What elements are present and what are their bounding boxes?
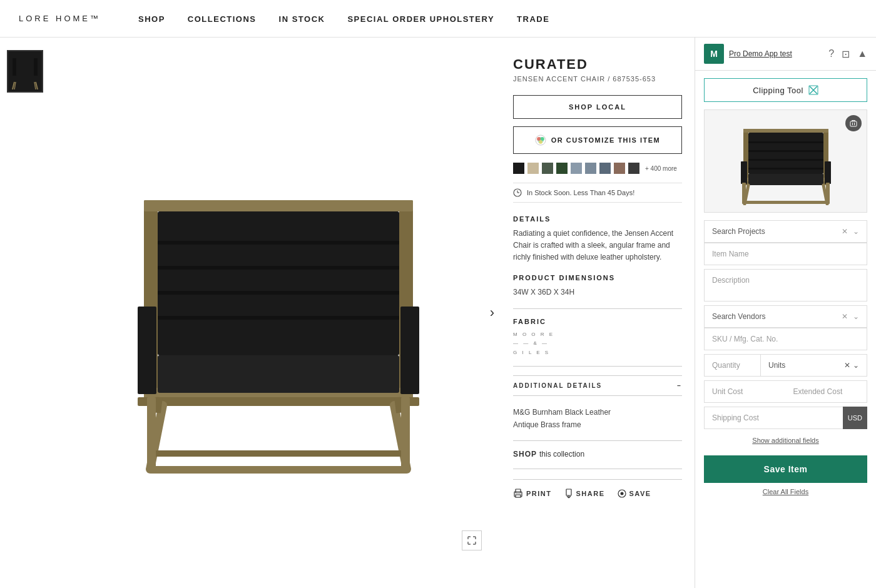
clipping-tool-label: Clipping Tool <box>753 86 803 95</box>
nav-in-stock[interactable]: IN STOCK <box>279 14 325 24</box>
svg-point-33 <box>537 137 541 141</box>
swatch-6[interactable] <box>585 163 596 174</box>
svg-rect-40 <box>516 489 521 493</box>
product-image <box>125 150 432 475</box>
svg-rect-53 <box>748 141 823 143</box>
search-vendors-chevron[interactable]: ⌄ <box>853 312 859 321</box>
shop-text: this collection <box>539 450 584 459</box>
svg-rect-15 <box>158 266 399 270</box>
dimensions-title: PRODUCT DIMENSIONS <box>513 274 682 281</box>
additional-details-row[interactable]: ADDITIONAL DETAILS − <box>513 375 682 396</box>
divider-3 <box>513 440 682 441</box>
extended-cost-input[interactable] <box>786 380 868 403</box>
search-vendors-select[interactable]: Search Vendors ✕ ⌄ <box>704 305 867 328</box>
svg-rect-20 <box>400 307 419 394</box>
panel-product-image <box>704 109 867 213</box>
svg-rect-1 <box>13 58 16 76</box>
collapse-icon[interactable]: ▲ <box>857 48 867 59</box>
units-chevron[interactable]: ⌄ <box>853 361 859 370</box>
nav-shop[interactable]: SHOP <box>138 14 165 24</box>
swatch-1[interactable] <box>513 163 524 174</box>
description-input[interactable] <box>704 269 867 302</box>
swatch-4[interactable] <box>556 163 568 174</box>
in-stock-text: In Stock Soon. Less Than 45 Days! <box>527 189 634 196</box>
product-subtitle: JENSEN ACCENT CHAIR / 687535-653 <box>513 75 682 83</box>
svg-rect-19 <box>138 307 156 394</box>
save-product-icon <box>618 489 626 499</box>
product-brand: CURATED <box>513 56 682 73</box>
svg-rect-13 <box>158 211 399 355</box>
swatch-3[interactable] <box>542 163 553 174</box>
help-icon[interactable]: ? <box>828 48 834 59</box>
svg-rect-59 <box>825 161 831 184</box>
print-label: PRINT <box>526 490 552 497</box>
save-item-button[interactable]: Save Item <box>704 455 867 483</box>
panel-user-name[interactable]: Pro Demo App test <box>729 49 792 58</box>
navbar: LORE HOME™ SHOP COLLECTIONS IN STOCK SPE… <box>0 0 876 38</box>
svg-line-23 <box>158 397 160 413</box>
show-additional-fields[interactable]: Show additional fields <box>704 433 867 450</box>
swatch-9[interactable] <box>628 163 639 174</box>
customize-icon <box>535 134 546 146</box>
search-projects-chevron[interactable]: ⌄ <box>853 227 859 236</box>
shipping-row: USD <box>704 407 867 429</box>
share-label: SHARE <box>576 490 605 497</box>
svg-rect-3 <box>13 76 38 82</box>
product-area: › CURATED JENSEN ACCENT CHAIR / 687535-6… <box>0 38 695 588</box>
swatch-7[interactable] <box>599 163 611 174</box>
swatch-2[interactable] <box>527 163 539 174</box>
units-label: Units <box>768 361 785 370</box>
svg-point-35 <box>539 140 542 144</box>
next-image-button[interactable]: › <box>490 305 494 321</box>
svg-rect-30 <box>401 397 410 472</box>
usd-badge: USD <box>843 407 867 429</box>
nav-collections[interactable]: COLLECTIONS <box>188 14 257 24</box>
swatch-5[interactable] <box>571 163 582 174</box>
customize-button[interactable]: OR CUSTOMIZE THIS ITEM <box>513 126 682 154</box>
item-name-input[interactable] <box>704 243 867 265</box>
clipping-tool-button[interactable]: Clipping Tool <box>704 78 867 102</box>
additional-details-minus: − <box>677 382 682 389</box>
save-product-button[interactable]: SAVE <box>618 489 651 499</box>
print-button[interactable]: PRINT <box>513 489 552 499</box>
shop-bold: SHOP <box>513 450 537 459</box>
svg-rect-2 <box>34 58 38 76</box>
svg-rect-17 <box>158 316 399 320</box>
layout-icon[interactable]: ⊡ <box>842 48 850 60</box>
right-panel: M Pro Demo App test ? ⊡ ▲ Clipping Tool <box>695 38 876 588</box>
svg-rect-54 <box>748 150 823 152</box>
swatch-8[interactable] <box>614 163 625 174</box>
search-vendors-clear[interactable]: ✕ <box>842 312 848 321</box>
expand-icon[interactable] <box>462 530 482 550</box>
svg-rect-50 <box>743 129 828 133</box>
nav-special-order[interactable]: SPECIAL ORDER UPHOLSTERY <box>347 14 494 24</box>
svg-point-34 <box>541 137 544 141</box>
svg-rect-14 <box>158 241 399 245</box>
cost-row <box>704 380 867 403</box>
share-icon <box>564 489 573 499</box>
svg-rect-63 <box>742 183 746 204</box>
sku-input[interactable] <box>704 328 867 350</box>
nav-trade[interactable]: TRADE <box>517 14 549 24</box>
nav-logo: LORE HOME™ <box>19 14 101 23</box>
swatches-more[interactable]: + 400 more <box>645 165 677 172</box>
search-projects-clear[interactable]: ✕ <box>842 227 848 236</box>
quantity-input[interactable] <box>704 354 760 377</box>
svg-rect-12 <box>138 397 419 406</box>
panel-chair-image <box>736 118 836 205</box>
share-button[interactable]: SHARE <box>564 489 605 499</box>
divider-1 <box>513 308 682 309</box>
units-select[interactable]: Units ✕ ⌄ <box>760 354 867 377</box>
units-clear[interactable]: ✕ <box>844 361 850 370</box>
shop-local-button[interactable]: SHOP LOCAL <box>513 95 682 119</box>
details-text: Radiating a quiet confidence, the Jensen… <box>513 228 682 264</box>
main-container: › CURATED JENSEN ACCENT CHAIR / 687535-6… <box>0 38 876 588</box>
svg-rect-25 <box>150 466 407 474</box>
shipping-cost-input[interactable] <box>704 407 843 429</box>
search-vendors-label: Search Vendors <box>712 312 765 321</box>
unit-cost-input[interactable] <box>704 380 786 403</box>
search-projects-select[interactable]: Search Projects ✕ ⌄ <box>704 220 867 243</box>
thumbnail-1[interactable] <box>7 50 43 93</box>
delete-item-button[interactable] <box>845 115 862 131</box>
clear-all-fields[interactable]: Clear All Fields <box>695 488 876 503</box>
